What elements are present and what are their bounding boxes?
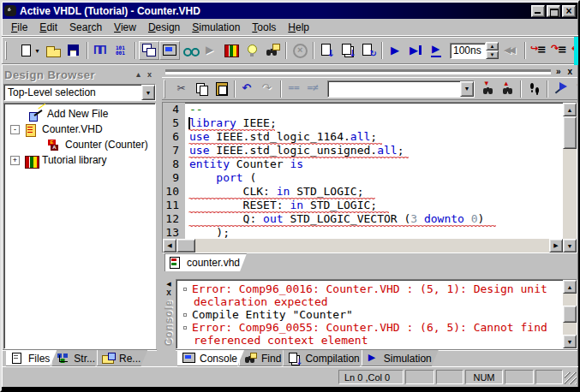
scroll-down-icon[interactable]: ▼ — [563, 335, 577, 348]
vertical-scroll-thumb[interactable] — [563, 116, 577, 149]
equals-button[interactable] — [284, 80, 304, 98]
eyeglasses-button[interactable] — [180, 41, 200, 60]
console-tab-compilation[interactable]: Compilation — [283, 350, 366, 366]
console-tab-console[interactable]: Console — [177, 350, 244, 366]
console-tab-find[interactable]: Find — [239, 350, 288, 366]
browser-tab-re[interactable]: Re... — [97, 350, 147, 366]
save-file-button[interactable] — [63, 41, 84, 60]
scroll-up-icon[interactable]: ▲ — [563, 280, 577, 294]
dropdown-arrow-icon[interactable]: ▾ — [35, 47, 39, 55]
browser-tab-files[interactable]: Files — [6, 350, 57, 366]
editor-vertical-scrollbar[interactable]: ▲ ▼ — [563, 103, 577, 252]
document-close-icon[interactable]: x — [565, 68, 574, 76]
menu-file[interactable]: File — [5, 20, 33, 35]
panel-collapse-icon[interactable]: ▴ — [133, 69, 144, 80]
title-bar[interactable]: Active VHDL (Tutorial) - Counter.VHD — [3, 3, 577, 19]
chevron-more-icon[interactable]: » — [554, 68, 563, 76]
compile-all-button[interactable] — [338, 41, 358, 60]
code-text[interactable]: use IEEE.std_logic_unsigned.all;~~~~~~~~… — [185, 144, 404, 157]
not-equals-button[interactable] — [304, 80, 324, 98]
app-icon[interactable] — [4, 5, 16, 16]
find-prev-button[interactable] — [498, 80, 517, 98]
menu-help[interactable]: Help — [282, 20, 315, 35]
menu-design[interactable]: Design — [142, 20, 186, 35]
scroll-up-icon[interactable]: ▲ — [563, 103, 577, 116]
vertical-scroll-thumb[interactable] — [563, 306, 577, 323]
run-until-button[interactable] — [406, 41, 427, 60]
code-text[interactable]: entity Counter is — [185, 157, 303, 171]
library-books-button[interactable] — [221, 41, 242, 60]
close-button[interactable] — [562, 5, 576, 17]
copy-button[interactable] — [192, 80, 212, 98]
panel-close-icon[interactable]: x — [144, 69, 155, 80]
document-header-grip[interactable] — [165, 69, 551, 74]
elaborate-play-button[interactable] — [200, 41, 221, 60]
horizontal-scrollbar[interactable]: ◀ ▶ — [163, 239, 563, 252]
code-101-button[interactable] — [111, 41, 132, 60]
new-file-button[interactable]: ▾ — [14, 41, 43, 60]
tree-item-tutorial-library[interactable]: +Tutorial library — [5, 152, 154, 168]
find-next-button[interactable] — [478, 80, 498, 98]
scroll-down-icon[interactable]: ▼ — [563, 239, 577, 252]
waveform-button[interactable] — [91, 41, 111, 60]
toolbar-grip[interactable] — [5, 41, 7, 60]
paste-button[interactable] — [212, 80, 231, 98]
redo-button[interactable] — [258, 80, 278, 98]
cut-button[interactable] — [172, 80, 192, 98]
console-messages[interactable]: Error: Comp96_0016: Counter.VHD : (5, 1)… — [176, 280, 563, 348]
vertical-scroll-track[interactable] — [563, 149, 577, 239]
footprints-button[interactable] — [524, 80, 544, 98]
vertical-scroll-track[interactable] — [563, 294, 577, 306]
console-close-icon[interactable]: x — [166, 288, 171, 298]
help-button[interactable] — [571, 80, 577, 98]
console-tab-simulation[interactable]: Simulation — [362, 350, 439, 366]
light-bulb-button[interactable] — [242, 41, 262, 60]
find-in-design-button[interactable] — [262, 41, 283, 60]
console-vertical-scrollbar[interactable]: ▲ ▼ — [563, 280, 577, 348]
code-lines[interactable]: 4--5library IEEE;~~~~~~~~~~~~~~~~~~~~~~~… — [163, 103, 563, 239]
tree-item-add-new-file[interactable]: Add New File — [5, 106, 154, 122]
code-text[interactable]: Q: out STD_LOGIC_VECTOR (3 downto 0)~~~~… — [185, 212, 484, 226]
menu-tools[interactable]: Tools — [246, 20, 282, 35]
resize-grip[interactable] — [565, 372, 577, 384]
code-text[interactable]: library IEEE;~~~~~~~~~~~~~~~~~~~~~~~~~~ — [185, 116, 277, 130]
open-file-button[interactable] — [43, 41, 63, 60]
strip-arrow-icon[interactable]: ◀ — [166, 281, 170, 288]
tree-item-counter-vhd[interactable]: -Counter.VHD — [5, 122, 154, 137]
restart-button[interactable] — [501, 41, 522, 60]
search-combobox[interactable]: ▼ — [327, 80, 475, 98]
code-text[interactable]: port ( — [185, 171, 256, 185]
code-text[interactable]: -- — [185, 103, 203, 116]
console-monitor-button[interactable] — [159, 41, 180, 60]
run-for-button[interactable] — [427, 41, 447, 60]
expand-icon[interactable]: + — [10, 156, 20, 165]
trace-into-button[interactable] — [529, 41, 549, 60]
trace-over-button[interactable] — [549, 41, 570, 60]
code-text[interactable]: use IEEE.std_logic_1164.all;~~~~~~~~~~~~… — [185, 130, 377, 144]
compile-button[interactable] — [317, 41, 338, 60]
horizontal-scroll-thumb[interactable] — [176, 239, 195, 252]
menu-view[interactable]: View — [108, 20, 142, 35]
top-level-combobox[interactable]: Top-Level selection ▼ — [3, 84, 156, 101]
tab-counter-vhd[interactable]: counter.vhd — [164, 253, 247, 271]
vertical-scroll-track[interactable] — [563, 323, 577, 335]
simulation-time-input[interactable] — [450, 43, 486, 59]
recompile-button[interactable] — [358, 41, 379, 60]
bookmark-flag-button[interactable] — [551, 80, 571, 98]
horizontal-scroll-track[interactable] — [195, 239, 549, 252]
run-button[interactable] — [386, 41, 406, 60]
scroll-left-icon[interactable]: ◀ — [163, 239, 176, 252]
browser-tab-str[interactable]: Str... — [51, 350, 102, 366]
chevron-down-icon[interactable]: ▼ — [141, 85, 155, 100]
collapse-icon[interactable]: - — [10, 125, 20, 134]
code-text[interactable]: ); — [185, 226, 230, 239]
stop-simulation-button[interactable] — [290, 41, 310, 60]
chevron-down-icon[interactable]: ▼ — [460, 81, 474, 97]
editor-toolbar-grip[interactable] — [164, 80, 165, 98]
menu-edit[interactable]: Edit — [33, 20, 63, 35]
tree-item-counter-counter[interactable]: Counter (Counter) — [5, 137, 154, 152]
code-text[interactable]: RESET: in STD_LOGIC;~~~~~~~~~~~~~~~~~~~~… — [185, 199, 377, 212]
horizontal-splitter[interactable] — [162, 271, 577, 279]
undo-button[interactable] — [238, 80, 258, 98]
menu-search[interactable]: Search — [63, 20, 108, 35]
